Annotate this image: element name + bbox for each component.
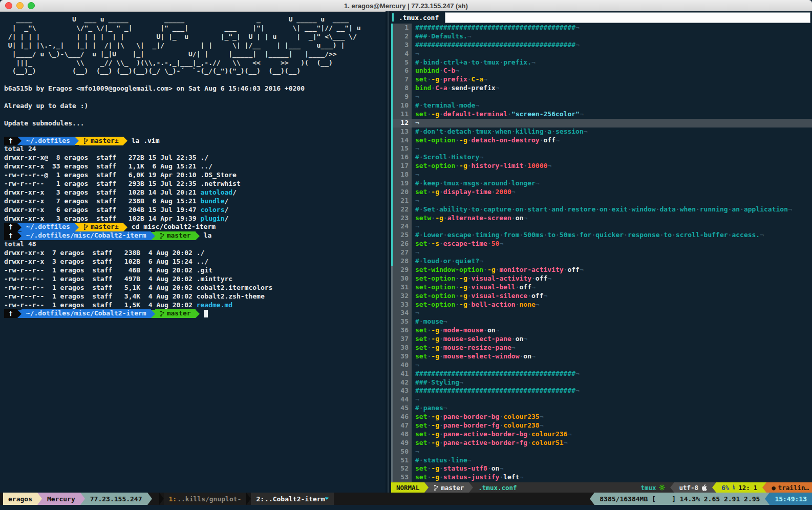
- ascii-banner: ____ U ___ u _____ _____ _ U _____ u ___…: [4, 15, 390, 76]
- git-branch-icon: [83, 138, 88, 144]
- vim-buffer[interactable]: 1#######################################…: [391, 24, 812, 482]
- line-number: 21: [393, 197, 412, 205]
- line-number: 6: [393, 67, 412, 75]
- gear-icon: [659, 484, 665, 491]
- vim-line-48: 48set·-g·pane-active-border-bg·colour236…: [391, 430, 812, 439]
- line-number: 9: [393, 93, 412, 101]
- vim-line-19: 19#·keep·tmux·msgs·around·longer¬: [391, 179, 812, 188]
- shell-text-line: total 48: [4, 240, 390, 249]
- window-title: 1. eragos@Mercury | 77.23.155.247 (sh): [0, 2, 812, 10]
- prompt-status-segment: †: [4, 231, 17, 240]
- tmux-window-1[interactable]: 1:..kills/gnuplot-: [164, 493, 247, 505]
- line-number: 46: [393, 413, 412, 421]
- shell-output: b6a515b by Eragos <mfo1009@googlemail.co…: [4, 76, 390, 318]
- shell-text-line: -rw-r--r-- 1 eragos staff 293B 15 Jul 22…: [4, 180, 390, 188]
- terminal-cursor[interactable]: [204, 310, 208, 317]
- line-number: 18: [393, 171, 412, 179]
- session-host: Mercury: [42, 493, 80, 505]
- line-number: 26: [393, 240, 412, 248]
- airline-encoding: utf-8: [674, 482, 713, 493]
- shell-text-line: -rw-r--r-- 1 eragos staff 5,1K 4 Aug 20:…: [4, 284, 390, 292]
- vim-line-25: 25#·Lower·escape·timing·from·500ms·to·50…: [391, 231, 812, 240]
- vim-line-31: 31set-option·-g·visual-bell·off¬: [391, 283, 812, 292]
- vim-line-12: 12¬: [391, 119, 812, 128]
- line-number: 25: [393, 231, 412, 240]
- vim-line-49: 49set·-g·pane-active-border-fg·colour51¬: [391, 439, 812, 448]
- line-number: 1: [393, 24, 412, 32]
- scroll-percent: 6%: [721, 484, 729, 492]
- vim-line-4: 4¬: [391, 50, 812, 58]
- prompt-status-segment: †: [4, 309, 17, 318]
- line-number: 52: [393, 464, 412, 473]
- vim-line-47: 47set·-g·pane-border-fg·colour238¬: [391, 421, 812, 430]
- line-number: 51: [393, 456, 412, 465]
- vim-line-29: 29set-window-option·-g·monitor-activity·…: [391, 266, 812, 274]
- shell-text-line: drwxr-xr-x 3 eragos staff 102B 6 Aug 15:…: [4, 258, 390, 266]
- tab-tmux-conf[interactable]: .tmux.conf: [394, 14, 445, 22]
- powerline-arrow: [765, 493, 770, 505]
- line-number: 17: [393, 162, 412, 171]
- shell-text-line: drwxr-xr-x 3 eragos staff 102B 14 Apr 19…: [4, 215, 390, 223]
- shell-pane[interactable]: ____ U ___ u _____ _____ _ U _____ u ___…: [0, 11, 390, 493]
- vim-line-10: 10#·terminal·mode¬: [391, 101, 812, 110]
- column-number: 1: [754, 484, 758, 492]
- vim-line-14: 14set-option·-g·detach-on-destroy·off¬: [391, 136, 812, 145]
- shell-text-line: drwxr-xr-x 6 eragos staff 204B 15 Jul 19…: [4, 206, 390, 215]
- line-number: 4: [393, 50, 412, 58]
- vim-line-32: 32set-option·-g·visual-silence·off¬: [391, 292, 812, 301]
- line-number: 2: [393, 32, 412, 41]
- vim-line-46: 46set·-g·pane-border-bg·colour235¬: [391, 413, 812, 421]
- airline-fill: tmux: [522, 482, 670, 493]
- warning-text: trailin…: [778, 484, 809, 492]
- line-number: 3: [393, 41, 412, 50]
- shell-text-line: total 24: [4, 145, 390, 154]
- pane-separator[interactable]: [386, 11, 391, 493]
- line-number: 36: [393, 326, 412, 335]
- line-number: 28: [393, 257, 412, 266]
- powerline-arrow: [37, 493, 42, 505]
- vim-line-22: 22#·Set·ability·to·capture·on·start·and·…: [391, 205, 812, 214]
- vim-line-9: 9¬: [391, 93, 812, 101]
- tmux-window-2[interactable]: 2:..Cobalt2-iterm*: [251, 493, 334, 505]
- vim-line-16: 16#·Scroll·History¬: [391, 153, 812, 162]
- tabline-fill: [445, 12, 810, 23]
- shell-text-line: -rw-r--r-- 1 eragos staff 1,5K 4 Aug 20:…: [4, 301, 390, 310]
- shell-prompt[interactable]: †~/.dotfiles/misc/Cobalt2-itermmaster: [4, 309, 390, 318]
- vim-line-6: 6unbind·C-b¬: [391, 67, 812, 75]
- line-number: 37: [393, 335, 412, 344]
- vim-line-42: 42###·Styling¬: [391, 378, 812, 387]
- line-number: 50: [393, 448, 412, 456]
- vim-line-27: 27¬: [391, 248, 812, 257]
- shell-text-line: drwxr-xr-x 3 eragos staff 102B 14 Jul 20…: [4, 188, 390, 197]
- dot-icon: ●: [772, 484, 776, 492]
- line-number: 30: [393, 274, 412, 283]
- vim-line-13: 13#·don't·detach·tmux·when·killing·a·ses…: [391, 128, 812, 136]
- tmux-window-list: 1:..kills/gnuplot-2:..Cobalt2-iterm*: [159, 493, 334, 505]
- vim-line-3: 3#######################################…: [391, 41, 812, 50]
- vim-line-43: 43######################################…: [391, 387, 812, 395]
- line-number: 15: [393, 144, 412, 153]
- line-number: 19: [393, 179, 412, 188]
- line-number-icon: LN: [733, 485, 735, 491]
- vim-line-53: 53set·-g·status-justify·left¬: [391, 473, 812, 482]
- powerline-arrow: [590, 493, 594, 505]
- shell-prompt: †~/.dotfilesmaster±cd misc/Cobalt2-iterm: [4, 223, 390, 231]
- prompt-path-segment: ~/.dotfiles: [22, 137, 75, 145]
- vim-line-51: 51#·status·line¬: [391, 456, 812, 465]
- line-number: 5: [393, 58, 412, 67]
- line-number: 35: [393, 317, 412, 326]
- line-number: 40: [393, 361, 412, 370]
- powerline-arrow: [469, 482, 473, 493]
- vim-line-44: 44¬: [391, 395, 812, 404]
- vim-line-33: 33set-option·-g·bell-action·none¬: [391, 301, 812, 309]
- vim-mode-indicator: NORMAL: [391, 482, 424, 493]
- vim-tabline: .tmux.conf: [391, 11, 812, 24]
- shell-blank-line: [4, 128, 390, 137]
- line-number: 27: [393, 248, 412, 257]
- typed-command: la: [204, 231, 212, 240]
- encoding-label: utf-8: [679, 484, 699, 492]
- shell-text-line: -rw-r--r--@ 1 eragos staff 6,0K 19 Apr 2…: [4, 171, 390, 180]
- line-number: 32: [393, 292, 412, 301]
- shell-text-line: -rw-r--r-- 1 eragos staff 46B 4 Aug 20:0…: [4, 266, 390, 275]
- line-number: 14: [393, 136, 412, 145]
